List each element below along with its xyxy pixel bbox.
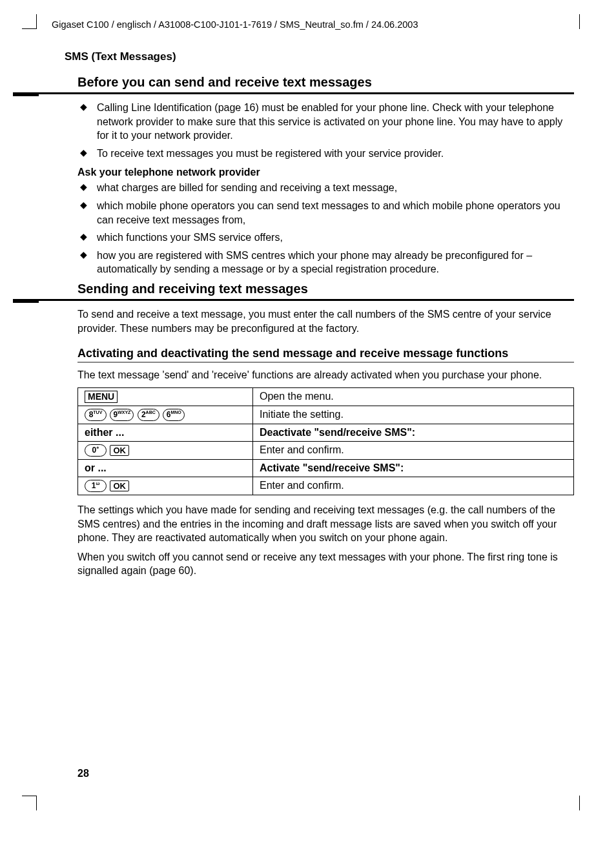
paragraph: The settings which you have made for sen… (77, 503, 574, 545)
step-desc: Enter and confirm. (253, 441, 574, 459)
step-desc: Deactivate "send/receive SMS": (253, 424, 574, 441)
paragraph: The text message 'send' and 'receive' fu… (77, 368, 574, 382)
paragraph: When you switch off you cannot send or r… (77, 550, 574, 578)
ok-key-icon: OK (110, 480, 129, 492)
heading-rule (77, 362, 574, 363)
page-number: 28 (77, 768, 89, 779)
table-row: 8TUV 9WXYZ 2ABC 6MNO Initiate the settin… (78, 406, 574, 424)
step-desc: Activate "send/receive SMS": (253, 459, 574, 477)
list-item: Calling Line Identification (page 16) mu… (77, 101, 574, 143)
heading-send-receive: Sending and receiving text messages (77, 282, 574, 296)
list-item: which functions your SMS service offers, (77, 231, 574, 245)
heading-before-send: Before you can send and receive text mes… (77, 75, 574, 90)
key-0-icon: 0+ (85, 444, 107, 457)
key-1-icon: 1ω (85, 480, 107, 492)
step-label: either ... (78, 424, 253, 441)
paragraph: To send and receive a text message, you … (77, 307, 574, 335)
list-item: To receive text messages you must be reg… (77, 147, 574, 161)
bullet-list-ask: what charges are billed for sending and … (77, 181, 574, 276)
table-row: or ... Activate "send/receive SMS": (78, 459, 574, 477)
key-8-icon: 8TUV (85, 409, 107, 421)
table-row: either ... Deactivate "send/receive SMS"… (78, 424, 574, 441)
table-row: 0+ OK Enter and confirm. (78, 441, 574, 459)
step-desc: Enter and confirm. (253, 477, 574, 495)
ok-key-icon: OK (110, 445, 129, 457)
table-row: MENU Open the menu. (78, 387, 574, 406)
list-item: which mobile phone operators you can sen… (77, 199, 574, 227)
bullet-list-prereq: Calling Line Identification (page 16) mu… (77, 101, 574, 160)
heading-activating: Activating and deactivating the send mes… (77, 347, 574, 360)
list-item: what charges are billed for sending and … (77, 181, 574, 195)
doc-header: Gigaset C100 / englisch / A31008-C100-J1… (52, 19, 574, 30)
heading-rule (39, 92, 574, 94)
subheading-ask-provider: Ask your telephone network provider (77, 167, 574, 178)
menu-key-icon: MENU (85, 391, 118, 403)
key-6-icon: 6MNO (163, 409, 185, 421)
heading-rule (39, 299, 574, 301)
step-desc: Open the menu. (253, 387, 574, 406)
table-row: 1ω OK Enter and confirm. (78, 477, 574, 495)
list-item: how you are registered with SMS centres … (77, 249, 574, 276)
step-label: or ... (78, 459, 253, 477)
key-2-icon: 2ABC (138, 409, 159, 421)
key-9-icon: 9WXYZ (110, 409, 134, 421)
procedure-table: MENU Open the menu. 8TUV 9WXYZ 2ABC 6MNO… (77, 387, 574, 495)
step-desc: Initiate the setting. (253, 406, 574, 424)
section-label: SMS (Text Messages) (65, 50, 574, 63)
